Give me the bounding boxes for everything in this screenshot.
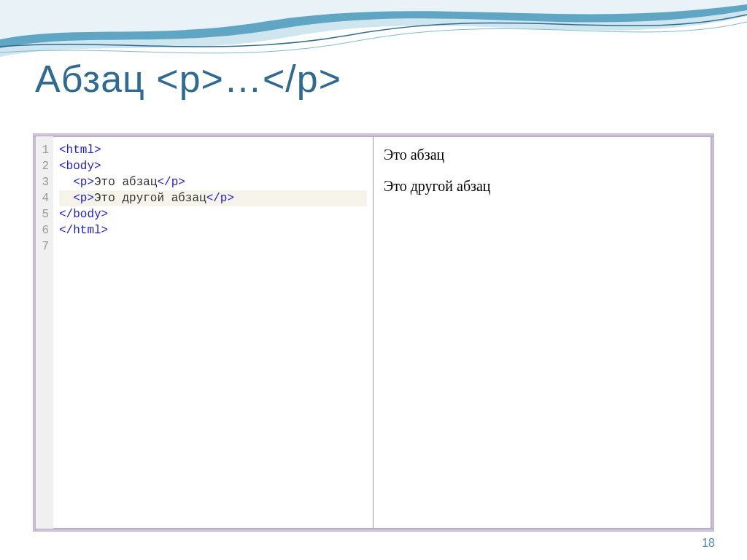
preview-paragraph-2: Это другой абзац (384, 178, 701, 195)
slide-title: Абзац <p>…</p> (35, 57, 341, 101)
slide: Абзац <p>…</p> 1234567 <html><body> <p>Э… (0, 0, 747, 560)
preview-paragraph-1: Это абзац (384, 147, 701, 163)
line-number: 7 (39, 238, 49, 254)
code-line: </body> (59, 206, 367, 222)
code-editor-pane: 1234567 <html><body> <p>Это абзац</p> <p… (36, 136, 374, 529)
code-line: <html> (59, 142, 367, 158)
code-line (59, 238, 367, 254)
line-number-gutter: 1234567 (36, 136, 53, 529)
line-number: 6 (39, 222, 49, 238)
code-line: <body> (59, 158, 367, 174)
line-number: 2 (39, 158, 49, 174)
code-line: <p>Это абзац</p> (59, 174, 367, 190)
line-number: 5 (39, 206, 49, 222)
line-number: 1 (39, 142, 49, 158)
line-number: 4 (39, 190, 49, 206)
preview-pane: Это абзац Это другой абзац (374, 136, 711, 529)
line-number: 3 (39, 174, 49, 190)
code-body: <html><body> <p>Это абзац</p> <p>Это дру… (53, 136, 373, 529)
code-line: <p>Это другой абзац</p> (59, 190, 367, 206)
page-number: 18 (702, 537, 715, 550)
code-line: </html> (59, 222, 367, 238)
example-panel: 1234567 <html><body> <p>Это абзац</p> <p… (35, 136, 712, 529)
